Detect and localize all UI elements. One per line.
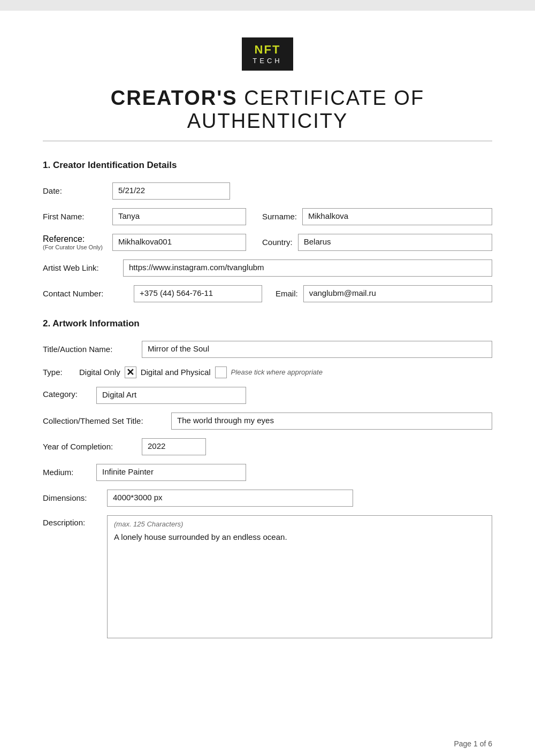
medium-row: Medium: Infinite Painter (43, 464, 492, 481)
title-divider (43, 141, 492, 141)
description-text: A lonely house surrounded by an endless … (114, 532, 485, 541)
title-auction-label: Title/Auction Name: (43, 345, 136, 354)
contact-row: Contact Number: +375 (44) 564-76-11 Emai… (43, 285, 492, 302)
description-hint: (max. 125 Characters) (114, 520, 485, 528)
category-label: Category: (43, 387, 91, 399)
page-title: CREATOR'S CERTIFICATE OF AUTHENTICITY (43, 87, 492, 133)
logo-line1: NFT (255, 43, 281, 56)
dimensions-row: Dimensions: 4000*3000 px (43, 490, 492, 507)
title-bold: CREATOR'S (111, 87, 238, 109)
contact-label: Contact Number: (43, 289, 128, 298)
page-footer: Page 1 of 6 (454, 739, 492, 748)
email-input[interactable]: vanglubm@mail.ru (303, 285, 492, 302)
medium-input[interactable]: Infinite Painter (96, 464, 246, 481)
type-row: Type: Digital Only ✕ Digital and Physica… (43, 366, 492, 378)
weblink-input[interactable]: https://www.instagram.com/tvanglubm (123, 259, 492, 277)
type-label: Type: (43, 368, 75, 377)
contact-input[interactable]: +375 (44) 564-76-11 (134, 285, 262, 302)
surname-label: Surname: (262, 212, 297, 221)
certificate-page: NFT TECH CREATOR'S CERTIFICATE OF AUTHEN… (0, 11, 535, 756)
collection-input[interactable]: The world through my eyes (171, 413, 492, 430)
weblink-label: Artist Web Link: (43, 263, 118, 272)
title-auction-row: Title/Auction Name: Mirror of the Soul (43, 341, 492, 358)
logo-container: NFT TECH (43, 37, 492, 71)
year-input[interactable]: 2022 (142, 438, 206, 455)
reference-label: Reference: (43, 234, 107, 244)
artwork-section: 2. Artwork Information Title/Auction Nam… (43, 318, 492, 638)
date-input[interactable]: 5/21/22 (112, 182, 230, 200)
nft-tech-logo: NFT TECH (242, 37, 293, 71)
medium-label: Medium: (43, 468, 91, 477)
creator-section: 1. Creator Identification Details Date: … (43, 160, 492, 302)
title-auction-input[interactable]: Mirror of the Soul (142, 341, 492, 358)
dimensions-label: Dimensions: (43, 493, 102, 502)
description-row: Description: (max. 125 Characters) A lon… (43, 515, 492, 638)
digital-only-checkbox[interactable]: ✕ (125, 366, 136, 378)
description-label: Description: (43, 515, 102, 527)
year-label: Year of Completion: (43, 442, 136, 451)
surname-input[interactable]: Mikhalkova (302, 208, 492, 225)
country-input[interactable]: Belarus (298, 234, 492, 251)
description-box[interactable]: (max. 125 Characters) A lonely house sur… (107, 515, 492, 638)
page-info: Page 1 of 6 (454, 739, 492, 748)
firstname-input[interactable]: Tanya (112, 208, 246, 225)
dimensions-input[interactable]: 4000*3000 px (107, 490, 353, 507)
weblink-row: Artist Web Link: https://www.instagram.c… (43, 259, 492, 277)
category-input[interactable]: Digital Art (96, 387, 246, 404)
checkbox-x-mark: ✕ (126, 366, 134, 378)
date-label: Date: (43, 186, 107, 195)
type-note: Please tick where appropriate (231, 368, 323, 376)
country-label: Country: (262, 238, 293, 247)
digital-physical-checkbox[interactable] (215, 366, 227, 378)
firstname-label: First Name: (43, 212, 107, 221)
year-row: Year of Completion: 2022 (43, 438, 492, 455)
artwork-section-heading: 2. Artwork Information (43, 318, 492, 329)
category-row: Category: Digital Art (43, 387, 492, 404)
reference-sublabel: (For Curator Use Only) (43, 244, 107, 250)
reference-label-stack: Reference: (For Curator Use Only) (43, 234, 107, 250)
name-row: First Name: Tanya Surname: Mikhalkova (43, 208, 492, 225)
email-label: Email: (276, 289, 298, 298)
collection-row: Collection/Themed Set Title: The world t… (43, 413, 492, 430)
type-digital-only-text: Digital Only (79, 368, 120, 377)
collection-label: Collection/Themed Set Title: (43, 416, 166, 425)
creator-section-heading: 1. Creator Identification Details (43, 160, 492, 171)
reference-row: Reference: (For Curator Use Only) Mikhal… (43, 234, 492, 251)
reference-input[interactable]: Mikhalkova001 (112, 234, 246, 251)
logo-line2: TECH (253, 57, 282, 65)
date-row: Date: 5/21/22 (43, 182, 492, 200)
type-digital-physical-text: Digital and Physical (141, 368, 211, 377)
